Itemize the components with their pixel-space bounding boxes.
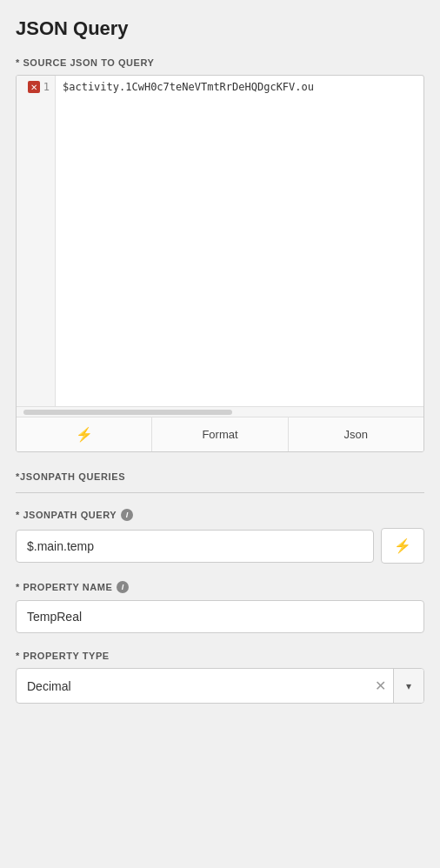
property-name-group: * PROPERTY NAME i	[16, 581, 424, 633]
property-name-label-text: * PROPERTY NAME	[16, 582, 112, 592]
delete-icon: ✕	[30, 83, 37, 92]
property-type-select[interactable]: Decimal ✕ ▾	[16, 668, 424, 704]
line-numbers: ✕ 1	[17, 76, 56, 406]
property-name-label: * PROPERTY NAME i	[16, 581, 424, 593]
code-line-1: $activity.1CwH0c7teNeVTmtRrDeHQDgcKFV.ou	[63, 79, 417, 95]
json-button[interactable]: Json	[289, 417, 423, 451]
jsonpath-lightning-button[interactable]: ⚡	[381, 528, 424, 564]
jsonpath-queries-section: *JSONPATH QUERIES	[16, 471, 424, 493]
code-content[interactable]: $activity.1CwH0c7teNeVTmtRrDeHQDgcKFV.ou	[56, 76, 423, 406]
lightning-button[interactable]: ⚡	[17, 417, 152, 451]
page-title: JSON Query	[16, 17, 424, 40]
line-number-text: 1	[43, 81, 50, 93]
scrollbar-track[interactable]	[23, 410, 232, 415]
source-json-section: * SOURCE JSON TO QUERY ✕ 1 $activity.1Cw…	[16, 57, 424, 452]
chevron-down-icon: ▾	[406, 680, 411, 692]
property-type-label: * PROPERTY TYPE	[16, 651, 424, 661]
property-type-value: Decimal	[17, 669, 368, 703]
editor-toolbar: ⚡ Format Json	[17, 417, 423, 451]
format-button[interactable]: Format	[152, 417, 288, 451]
jsonpath-query-label-text: * JSONPATH QUERY	[16, 510, 117, 520]
code-editor-inner: ✕ 1 $activity.1CwH0c7teNeVTmtRrDeHQDgcKF…	[17, 76, 423, 406]
jsonpath-query-input-row: ⚡	[16, 528, 424, 564]
code-editor: ✕ 1 $activity.1CwH0c7teNeVTmtRrDeHQDgcKF…	[16, 75, 424, 452]
source-json-label: * SOURCE JSON TO QUERY	[16, 57, 424, 68]
scrollbar-area	[17, 406, 423, 417]
property-type-group: * PROPERTY TYPE Decimal ✕ ▾	[16, 651, 424, 704]
jsonpath-query-label: * JSONPATH QUERY i	[16, 509, 424, 521]
line-delete-button[interactable]: ✕	[28, 81, 40, 93]
property-type-dropdown-button[interactable]: ▾	[393, 669, 423, 703]
jsonpath-query-input[interactable]	[16, 530, 374, 563]
jsonpath-queries-heading: *JSONPATH QUERIES	[16, 471, 424, 482]
close-icon: ✕	[375, 678, 386, 694]
property-name-input[interactable]	[16, 600, 424, 633]
line-number-row-1: ✕ 1	[24, 79, 55, 95]
property-type-label-text: * PROPERTY TYPE	[16, 651, 110, 661]
jsonpath-query-info-icon[interactable]: i	[121, 509, 133, 521]
jsonpath-query-group: * JSONPATH QUERY i ⚡	[16, 509, 424, 564]
property-type-clear-button[interactable]: ✕	[368, 669, 393, 703]
lightning-icon: ⚡	[394, 537, 411, 554]
section-divider-line	[16, 492, 424, 493]
property-name-info-icon[interactable]: i	[117, 581, 129, 593]
